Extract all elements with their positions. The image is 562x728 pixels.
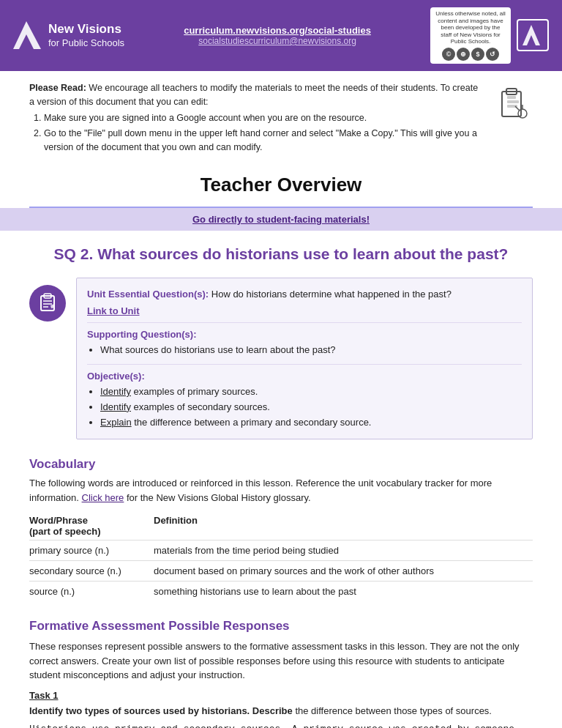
vocab-row-1: primary source (n.) materials from the t… <box>29 541 533 561</box>
info-box-icon-area <box>29 278 69 440</box>
header-links: curriculum.newvisions.org/social-studies… <box>124 25 430 46</box>
svg-marker-15 <box>50 304 55 308</box>
objective-list: Identify examples of primary sources. Id… <box>100 385 522 430</box>
vocab-word-2: secondary source (n.) <box>29 561 154 582</box>
clipboard-icon <box>495 86 533 124</box>
task-answer: Historians use primary and secondary sou… <box>29 722 533 728</box>
vocabulary-section: Vocabulary The following words are intro… <box>0 447 562 609</box>
please-read-section: Please Read: We encourage all teachers t… <box>0 71 562 162</box>
step-1: Make sure you are signed into a Google a… <box>44 111 480 125</box>
svg-marker-1 <box>522 25 540 45</box>
vocab-def-3: something historians use to learn about … <box>154 582 533 602</box>
nv-logo-stamp <box>520 22 546 48</box>
nv-chevron-icon <box>13 21 41 49</box>
info-box-content: Unit Essential Question(s): How do histo… <box>76 278 533 440</box>
svg-rect-4 <box>507 96 516 99</box>
svg-rect-5 <box>507 100 519 103</box>
vocabulary-title: Vocabulary <box>29 457 533 472</box>
nv-stamp <box>517 19 549 51</box>
task-label: Task 1 <box>29 690 533 701</box>
cc-icon-cc: © <box>442 48 455 61</box>
vocab-col-word: Word/Phrase(part of speech) <box>29 512 154 541</box>
vocabulary-table: Word/Phrase(part of speech) Definition p… <box>29 512 533 601</box>
vocabulary-desc: The following words are introduced or re… <box>29 476 533 505</box>
header-badges: Unless otherwise noted, all content and … <box>430 7 549 64</box>
vocab-word-3: source (n.) <box>29 582 154 602</box>
lesson-icon-circle <box>29 285 66 322</box>
link-to-unit[interactable]: Link to Unit <box>87 305 140 316</box>
obj-item-1: Identify examples of primary sources. <box>100 385 522 400</box>
sq-title: SQ 2. What sources do historians use to … <box>29 245 533 263</box>
obj-item-3: Explain the difference between a primary… <box>100 415 522 431</box>
info-box-section: Unit Essential Question(s): How do histo… <box>0 278 562 447</box>
org-name: New Visions for Public Schools <box>48 22 124 48</box>
cc-icon-by: ⊕ <box>457 48 470 61</box>
info-divider-1 <box>87 322 522 323</box>
svg-marker-0 <box>13 21 41 49</box>
student-materials-link[interactable]: Go directly to student-facing materials! <box>192 214 370 225</box>
supporting-label: Supporting Question(s): <box>87 329 522 340</box>
header: New Visions for Public Schools curriculu… <box>0 0 562 71</box>
formative-section: Formative Assessment Possible Responses … <box>0 609 562 728</box>
formative-title: Formative Assessment Possible Responses <box>29 619 533 634</box>
header-logo-area: New Visions for Public Schools <box>13 21 124 49</box>
lesson-icon <box>37 292 59 314</box>
supporting-list: What sources do historians use to learn … <box>100 343 522 358</box>
vocab-word-1: primary source (n.) <box>29 541 154 561</box>
title-section: Teacher Overview <box>0 162 562 201</box>
cc-icons-row: © ⊕ $ ↺ <box>442 48 499 61</box>
essential-question-row: Unit Essential Question(s): How do histo… <box>87 287 522 302</box>
vocab-def-2: document based on primary sources and th… <box>154 561 533 582</box>
cc-icon-nc: $ <box>471 48 484 61</box>
please-read-text: Please Read: We encourage all teachers t… <box>29 81 480 156</box>
vocab-row-3: source (n.) something historians use to … <box>29 582 533 602</box>
page-title: Teacher Overview <box>29 174 533 196</box>
copy-icon <box>495 86 533 126</box>
email-link[interactable]: socialstudiescurriculum@newvisions.org <box>139 36 416 46</box>
vocab-def-1: materials from the time period being stu… <box>154 541 533 561</box>
formative-desc: These responses represent possible answe… <box>29 639 533 683</box>
info-divider-2 <box>87 364 522 365</box>
obj-item-2: Identify examples of secondary sources. <box>100 400 522 415</box>
click-here-link[interactable]: Click here <box>82 492 124 503</box>
cc-license-box: Unless otherwise noted, all content and … <box>430 7 511 64</box>
supporting-item-1: What sources do historians use to learn … <box>100 343 522 358</box>
sq-title-section: SQ 2. What sources do historians use to … <box>0 231 562 270</box>
cc-icon-sa: ↺ <box>486 48 499 61</box>
link-banner: Go directly to student-facing materials! <box>0 208 562 231</box>
step-2: Go to the "File" pull down menu in the u… <box>44 127 480 155</box>
objective-label: Objective(s): <box>87 371 522 382</box>
vocab-col-def: Definition <box>154 512 533 541</box>
task-instruction: Identify two types of sources used by hi… <box>29 704 533 718</box>
vocab-row-2: secondary source (n.) document based on … <box>29 561 533 582</box>
curriculum-link[interactable]: curriculum.newvisions.org/social-studies <box>139 25 416 36</box>
please-read-steps: Make sure you are signed into a Google a… <box>44 111 480 154</box>
